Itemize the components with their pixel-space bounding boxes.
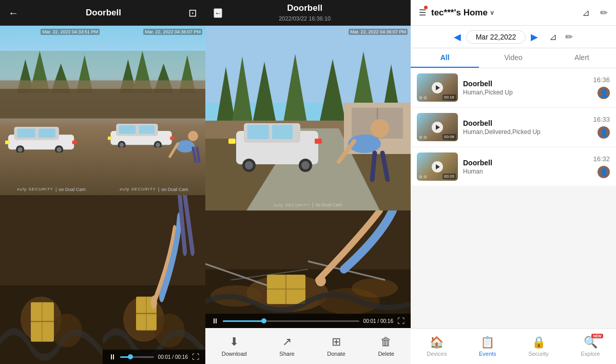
middle-progress-bar[interactable] (223, 320, 359, 322)
tab-video[interactable]: Video (479, 48, 547, 68)
date-pill[interactable]: Mar 22,2022 (466, 30, 526, 44)
left-panel: ← Doorbell ⊡ (0, 0, 205, 364)
bottom-video-controls: ⏸ 00:01 / 00:16 ⛶ (205, 314, 411, 328)
tab-all[interactable]: All (411, 48, 479, 68)
event-avatar-3: 👤 (598, 166, 610, 178)
svg-marker-20 (120, 60, 137, 93)
progress-thumb (128, 354, 133, 359)
video-cell-top-left[interactable]: Mar. 22, 2022 04:33:51 PM eufy SECURITY … (0, 26, 103, 195)
event-item-2[interactable]: ⊙ ⊙ 00:08 Doorbell Human,Delivered,Picke… (411, 108, 616, 146)
thumb-mic-icon-1: ⊙ (424, 95, 427, 100)
share-button[interactable]: ↗ Share (279, 335, 294, 357)
svg-rect-81 (315, 139, 322, 144)
middle-top-watermark: eufy SECURITY | oo Dual Cam (274, 202, 342, 207)
play-triangle-2 (436, 125, 440, 130)
events-edit-icon[interactable]: ✏ (565, 31, 573, 43)
svg-rect-17 (5, 141, 10, 144)
middle-top-video[interactable]: Mar. 22, 2022 04:36:07 PM eufy SECURITY … (205, 26, 411, 210)
middle-title: Doorbell (222, 3, 387, 13)
event-right-3: 16:32 👤 (593, 155, 610, 178)
new-badge: NEW (591, 334, 603, 338)
event-info-2: Doorbell Human,Delivered,Picked Up (463, 119, 588, 136)
nav-item-devices[interactable]: 🏠 Devices (427, 336, 447, 357)
svg-rect-27 (103, 89, 205, 119)
video-cell-bottom-right[interactable]: ⏸ 00:01 / 00:16 ⛶ (103, 195, 205, 365)
event-title-1: Doorbell (463, 80, 588, 88)
video-cell-bottom-left[interactable] (0, 195, 103, 365)
svg-rect-26 (103, 81, 205, 119)
car-svg-topleft (5, 120, 77, 152)
donate-button[interactable]: ⊞ Donate (327, 335, 345, 357)
event-tags-3: Human (463, 168, 588, 175)
svg-point-33 (120, 143, 124, 147)
left-back-button[interactable]: ← (8, 7, 18, 19)
timestamp-topleft: Mar. 22, 2022 04:33:51 PM (41, 29, 100, 35)
middle-bottom-video[interactable]: ⏸ 00:01 / 00:16 ⛶ (205, 210, 411, 328)
middle-bottom-scene (205, 210, 411, 328)
edit-icon[interactable]: ✏ (600, 7, 608, 18)
event-item-3[interactable]: ⊙ ⊙ 00:20 Doorbell Human 16:32 👤 (411, 147, 616, 186)
date-prev-button[interactable]: ◀ (454, 31, 461, 43)
middle-title-block: Doorbell 2022/03/22 16:36:10 (222, 3, 387, 23)
svg-rect-18 (72, 141, 77, 144)
event-time-1: 16:36 (593, 76, 610, 84)
svg-rect-61 (205, 26, 411, 103)
svg-point-85 (371, 119, 389, 138)
video-cell-top-right[interactable]: Mar. 22, 2022 04:36:07 PM eufy SECURITY … (103, 26, 205, 195)
nav-item-explore[interactable]: 🔍 Explore NEW (581, 336, 600, 357)
middle-top-scene (205, 26, 411, 210)
fullscreen-button[interactable]: ⛶ (192, 353, 199, 361)
svg-point-39 (176, 140, 195, 152)
svg-rect-80 (228, 139, 236, 144)
tabs-row: All Video Alert (411, 48, 616, 68)
event-title-3: Doorbell (463, 159, 588, 167)
middle-progress-thumb (261, 318, 266, 323)
event-thumb-icons-3: ⊙ ⊙ (419, 175, 427, 179)
left-action-button[interactable]: ⊡ (188, 7, 197, 19)
play-circle-1 (432, 82, 443, 93)
delete-button[interactable]: 🗑 Delete (378, 335, 394, 357)
svg-rect-19 (103, 51, 205, 119)
svg-rect-36 (108, 137, 112, 140)
svg-rect-75 (272, 125, 293, 139)
hamburger-icon[interactable]: ☰ (419, 8, 426, 17)
svg-point-57 (151, 295, 157, 309)
play-pause-button[interactable]: ⏸ (109, 353, 116, 361)
middle-back-button[interactable]: ← (214, 8, 222, 18)
middle-play-pause-button[interactable]: ⏸ (211, 317, 219, 325)
nav-item-security[interactable]: 🔒 Security (528, 336, 549, 357)
svg-marker-4 (76, 55, 93, 93)
download-label: Download (222, 351, 247, 357)
middle-fullscreen-button[interactable]: ⛶ (397, 317, 405, 325)
date-nav: ◀ Mar 22,2022 ▶ ⊿ ✏ (411, 26, 616, 48)
event-duration-2: 00:08 (442, 134, 456, 140)
svg-marker-3 (51, 64, 71, 93)
security-icon: 🔒 (532, 336, 546, 349)
middle-subtitle: 2022/03/22 16:36:10 (279, 15, 331, 22)
nav-item-events[interactable]: 📋 Events (479, 336, 496, 357)
date-next-button[interactable]: ▶ (531, 31, 538, 43)
event-info-1: Doorbell Human,Picked Up (463, 80, 588, 96)
left-video-grid: Mar. 22, 2022 04:33:51 PM eufy SECURITY … (0, 26, 205, 364)
event-duration-3: 00:20 (442, 174, 456, 179)
svg-rect-0 (0, 51, 103, 119)
middle-panel: ← Doorbell 2022/03/22 16:36:10 (205, 0, 411, 364)
thumb-cam-icon-1: ⊙ (419, 95, 422, 100)
svg-line-42 (197, 148, 199, 162)
download-button[interactable]: ⬇ Download (222, 335, 247, 357)
security-label: Security (528, 351, 549, 357)
thumb-cam-icon-2: ⊙ (419, 135, 422, 140)
event-thumb-icons-2: ⊙ ⊙ (419, 135, 427, 140)
progress-bar[interactable] (120, 356, 154, 358)
event-time-2: 16:33 (593, 116, 610, 123)
svg-rect-31 (139, 125, 155, 133)
svg-point-38 (188, 131, 198, 141)
event-item-1[interactable]: ⊙ ⊙ 00:16 Doorbell Human,Picked Up 16:36… (411, 68, 616, 107)
events-filter-icon[interactable]: ⊿ (549, 31, 557, 43)
tab-alert[interactable]: Alert (548, 48, 616, 68)
filter-icon[interactable]: ⊿ (582, 7, 590, 18)
svg-rect-30 (119, 125, 136, 133)
svg-rect-74 (247, 125, 269, 139)
play-circle-2 (432, 122, 443, 133)
left-header: ← Doorbell ⊡ (0, 0, 205, 26)
